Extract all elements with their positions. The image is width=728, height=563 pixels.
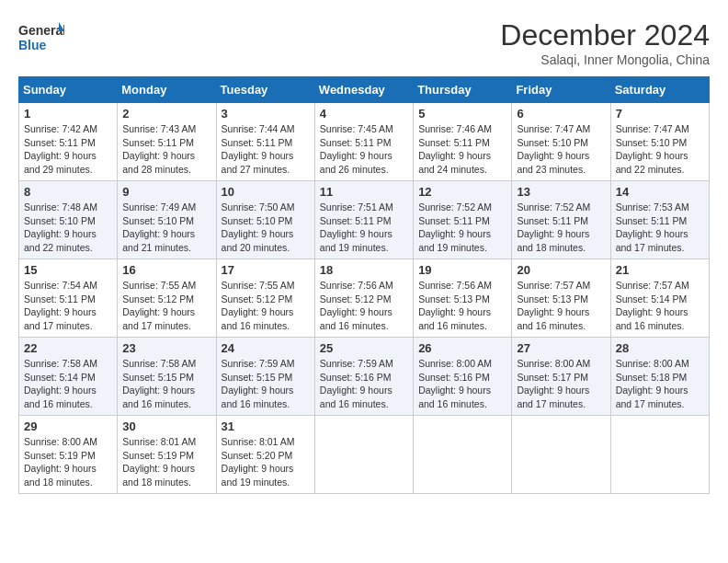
calendar-cell: 31 Sunrise: 8:01 AM Sunset: 5:20 PM Dayl…	[216, 416, 314, 494]
page-header: General Blue December 2024 Salaqi, Inner…	[18, 18, 710, 67]
day-number: 10	[222, 185, 310, 199]
day-number: 15	[24, 263, 112, 277]
calendar-cell: 7 Sunrise: 7:47 AM Sunset: 5:10 PM Dayli…	[610, 103, 709, 181]
day-number: 4	[320, 107, 408, 121]
day-header-monday: Monday	[118, 77, 216, 103]
day-info: Sunrise: 7:58 AM Sunset: 5:14 PM Dayligh…	[24, 357, 112, 411]
calendar-cell: 14 Sunrise: 7:53 AM Sunset: 5:11 PM Dayl…	[610, 181, 709, 259]
day-info: Sunrise: 8:00 AM Sunset: 5:17 PM Dayligh…	[517, 357, 605, 411]
month-title: December 2024	[500, 18, 710, 52]
calendar-cell	[314, 416, 413, 494]
day-info: Sunrise: 7:56 AM Sunset: 5:13 PM Dayligh…	[418, 279, 506, 333]
day-info: Sunrise: 7:58 AM Sunset: 5:15 PM Dayligh…	[122, 357, 210, 411]
day-number: 11	[320, 185, 408, 199]
calendar-cell: 4 Sunrise: 7:45 AM Sunset: 5:11 PM Dayli…	[314, 103, 413, 181]
day-info: Sunrise: 7:42 AM Sunset: 5:11 PM Dayligh…	[24, 122, 112, 177]
calendar-cell: 10 Sunrise: 7:50 AM Sunset: 5:10 PM Dayl…	[216, 181, 314, 259]
day-number: 19	[418, 263, 506, 277]
day-info: Sunrise: 7:52 AM Sunset: 5:11 PM Dayligh…	[517, 201, 605, 255]
calendar-cell: 29 Sunrise: 8:00 AM Sunset: 5:19 PM Dayl…	[19, 416, 118, 494]
day-info: Sunrise: 7:46 AM Sunset: 5:11 PM Dayligh…	[418, 122, 506, 177]
day-number: 23	[122, 341, 210, 355]
calendar-cell: 25 Sunrise: 7:59 AM Sunset: 5:16 PM Dayl…	[314, 338, 413, 416]
calendar-cell: 24 Sunrise: 7:59 AM Sunset: 5:15 PM Dayl…	[216, 338, 314, 416]
calendar-week-row: 29 Sunrise: 8:00 AM Sunset: 5:19 PM Dayl…	[19, 416, 710, 494]
day-info: Sunrise: 7:50 AM Sunset: 5:10 PM Dayligh…	[222, 201, 310, 255]
day-info: Sunrise: 7:44 AM Sunset: 5:11 PM Dayligh…	[222, 122, 310, 177]
day-number: 5	[418, 107, 506, 121]
calendar-week-row: 1 Sunrise: 7:42 AM Sunset: 5:11 PM Dayli…	[19, 103, 710, 181]
calendar-cell	[610, 416, 709, 494]
calendar-cell: 3 Sunrise: 7:44 AM Sunset: 5:11 PM Dayli…	[216, 103, 314, 181]
day-info: Sunrise: 8:01 AM Sunset: 5:19 PM Dayligh…	[122, 435, 210, 489]
day-info: Sunrise: 7:53 AM Sunset: 5:11 PM Dayligh…	[616, 201, 704, 255]
day-info: Sunrise: 7:57 AM Sunset: 5:14 PM Dayligh…	[616, 279, 704, 333]
day-info: Sunrise: 7:45 AM Sunset: 5:11 PM Dayligh…	[320, 122, 408, 177]
day-number: 12	[418, 185, 506, 199]
day-info: Sunrise: 8:00 AM Sunset: 5:16 PM Dayligh…	[418, 357, 506, 411]
calendar-cell: 5 Sunrise: 7:46 AM Sunset: 5:11 PM Dayli…	[414, 103, 512, 181]
day-info: Sunrise: 7:55 AM Sunset: 5:12 PM Dayligh…	[122, 279, 210, 333]
calendar-cell: 1 Sunrise: 7:42 AM Sunset: 5:11 PM Dayli…	[19, 103, 118, 181]
day-info: Sunrise: 8:00 AM Sunset: 5:18 PM Dayligh…	[616, 357, 704, 411]
calendar-cell: 16 Sunrise: 7:55 AM Sunset: 5:12 PM Dayl…	[118, 259, 216, 338]
day-header-tuesday: Tuesday	[216, 77, 314, 103]
day-header-saturday: Saturday	[610, 77, 709, 103]
calendar-cell: 22 Sunrise: 7:58 AM Sunset: 5:14 PM Dayl…	[19, 338, 118, 416]
day-number: 9	[122, 185, 210, 199]
calendar-cell: 11 Sunrise: 7:51 AM Sunset: 5:11 PM Dayl…	[314, 181, 413, 259]
day-number: 21	[616, 263, 704, 277]
svg-text:Blue: Blue	[18, 38, 47, 52]
day-info: Sunrise: 7:57 AM Sunset: 5:13 PM Dayligh…	[517, 279, 605, 333]
day-number: 14	[616, 185, 704, 199]
calendar-cell: 17 Sunrise: 7:55 AM Sunset: 5:12 PM Dayl…	[216, 259, 314, 338]
day-number: 30	[122, 419, 210, 433]
calendar-cell: 2 Sunrise: 7:43 AM Sunset: 5:11 PM Dayli…	[118, 103, 216, 181]
calendar-cell: 18 Sunrise: 7:56 AM Sunset: 5:12 PM Dayl…	[314, 259, 413, 338]
calendar-cell: 9 Sunrise: 7:49 AM Sunset: 5:10 PM Dayli…	[118, 181, 216, 259]
day-number: 17	[222, 263, 310, 277]
day-info: Sunrise: 7:56 AM Sunset: 5:12 PM Dayligh…	[320, 279, 408, 333]
calendar-cell: 28 Sunrise: 8:00 AM Sunset: 5:18 PM Dayl…	[610, 338, 709, 416]
day-header-sunday: Sunday	[19, 77, 118, 103]
day-info: Sunrise: 7:52 AM Sunset: 5:11 PM Dayligh…	[418, 201, 506, 255]
calendar-week-row: 22 Sunrise: 7:58 AM Sunset: 5:14 PM Dayl…	[19, 338, 710, 416]
day-number: 7	[616, 107, 704, 121]
day-info: Sunrise: 7:54 AM Sunset: 5:11 PM Dayligh…	[24, 279, 112, 333]
day-info: Sunrise: 7:49 AM Sunset: 5:10 PM Dayligh…	[122, 201, 210, 255]
day-number: 22	[24, 341, 112, 355]
day-number: 26	[418, 341, 506, 355]
day-info: Sunrise: 8:00 AM Sunset: 5:19 PM Dayligh…	[24, 435, 112, 489]
day-number: 18	[320, 263, 408, 277]
logo-graphic: General Blue	[18, 18, 64, 60]
day-info: Sunrise: 7:59 AM Sunset: 5:15 PM Dayligh…	[222, 357, 310, 411]
day-number: 20	[517, 263, 605, 277]
day-info: Sunrise: 7:51 AM Sunset: 5:11 PM Dayligh…	[320, 201, 408, 255]
calendar-cell: 13 Sunrise: 7:52 AM Sunset: 5:11 PM Dayl…	[512, 181, 610, 259]
day-info: Sunrise: 7:47 AM Sunset: 5:10 PM Dayligh…	[616, 122, 704, 177]
calendar-cell: 26 Sunrise: 8:00 AM Sunset: 5:16 PM Dayl…	[414, 338, 512, 416]
calendar-cell: 15 Sunrise: 7:54 AM Sunset: 5:11 PM Dayl…	[19, 259, 118, 338]
day-header-friday: Friday	[512, 77, 610, 103]
calendar-cell: 30 Sunrise: 8:01 AM Sunset: 5:19 PM Dayl…	[118, 416, 216, 494]
day-info: Sunrise: 7:55 AM Sunset: 5:12 PM Dayligh…	[222, 279, 310, 333]
calendar-cell: 23 Sunrise: 7:58 AM Sunset: 5:15 PM Dayl…	[118, 338, 216, 416]
day-number: 1	[24, 107, 112, 121]
day-header-wednesday: Wednesday	[314, 77, 413, 103]
day-number: 16	[122, 263, 210, 277]
calendar-week-row: 15 Sunrise: 7:54 AM Sunset: 5:11 PM Dayl…	[19, 259, 710, 338]
day-info: Sunrise: 7:48 AM Sunset: 5:10 PM Dayligh…	[24, 201, 112, 255]
day-info: Sunrise: 8:01 AM Sunset: 5:20 PM Dayligh…	[222, 435, 310, 489]
location-subtitle: Salaqi, Inner Mongolia, China	[500, 52, 710, 67]
calendar-cell: 20 Sunrise: 7:57 AM Sunset: 5:13 PM Dayl…	[512, 259, 610, 338]
calendar-header-row: SundayMondayTuesdayWednesdayThursdayFrid…	[19, 77, 710, 103]
day-info: Sunrise: 7:43 AM Sunset: 5:11 PM Dayligh…	[122, 122, 210, 177]
day-number: 27	[517, 341, 605, 355]
calendar-cell: 12 Sunrise: 7:52 AM Sunset: 5:11 PM Dayl…	[414, 181, 512, 259]
day-header-thursday: Thursday	[414, 77, 512, 103]
calendar-cell: 8 Sunrise: 7:48 AM Sunset: 5:10 PM Dayli…	[19, 181, 118, 259]
day-number: 31	[222, 419, 310, 433]
calendar-cell	[512, 416, 610, 494]
day-number: 8	[24, 185, 112, 199]
day-number: 2	[122, 107, 210, 121]
